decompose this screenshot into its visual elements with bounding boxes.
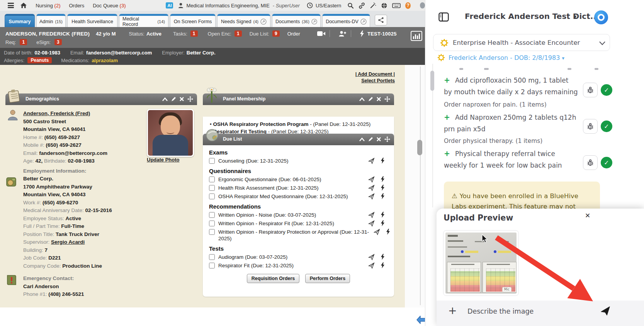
debug-order-button[interactable] [583, 119, 598, 134]
search-icon[interactable] [347, 2, 354, 9]
demographics-header[interactable]: Demographics [5, 93, 197, 105]
tab-medical-record[interactable]: Medical Record(14) [119, 14, 168, 27]
clock-icon[interactable] [307, 2, 313, 8]
tab-documents-dv[interactable]: Documents-DV [322, 14, 370, 27]
checkbox[interactable] [209, 229, 215, 235]
ai-badge[interactable]: AI [166, 2, 173, 8]
send-plane-icon[interactable] [368, 262, 375, 270]
menu-item-nursing[interactable]: Nursing (2) [36, 3, 60, 8]
bolt-icon[interactable] [381, 254, 385, 261]
home-icon[interactable] [20, 2, 27, 8]
link-icon[interactable] [359, 2, 365, 9]
patient-name-link[interactable]: Anderson, Frederick (Fred) [23, 110, 90, 116]
chart-stats-icon[interactable] [411, 31, 422, 41]
order-link[interactable]: Order [287, 31, 300, 37]
send-plane-icon[interactable] [368, 193, 375, 201]
send-plane-icon[interactable] [368, 185, 375, 193]
perform-orders-button[interactable]: Perform Orders [305, 274, 350, 283]
debug-order-button[interactable] [583, 155, 598, 170]
dictation-title[interactable]: Frederick Anderson Test Dict... [465, 12, 599, 21]
portlet-settings-button[interactable] [375, 15, 387, 25]
collapse-icon[interactable] [359, 138, 365, 141]
checkbox[interactable] [209, 177, 215, 182]
checkbox[interactable] [209, 212, 215, 218]
bolt-icon[interactable] [381, 220, 385, 228]
describe-image-input[interactable]: Describe the image [467, 307, 534, 315]
move-icon[interactable] [384, 96, 390, 102]
add-order-icon[interactable]: + [444, 113, 450, 121]
esign-badge[interactable]: 3 [54, 39, 62, 45]
title-caret-icon[interactable]: ▾ [574, 13, 577, 20]
checkbox[interactable] [209, 254, 215, 260]
open-enc-label[interactable]: Open Enc: [208, 31, 231, 37]
bolt-icon[interactable] [381, 158, 385, 165]
add-order-icon[interactable]: + [444, 76, 450, 84]
select-portlets-link[interactable]: Select Portlets [361, 78, 395, 83]
patient-name[interactable]: ANDERSON, FREDERICK (FRED) [5, 31, 90, 37]
external-link-icon[interactable] [311, 19, 317, 25]
ehr-scrollbar-thumb[interactable] [417, 140, 422, 155]
bolt-icon[interactable] [381, 212, 385, 219]
help-icon[interactable]: ? [405, 2, 411, 9]
tab-summary[interactable]: Summary [5, 14, 35, 27]
quick-action-bolt-icon[interactable] [360, 31, 364, 37]
due-list-header[interactable]: Due List [203, 134, 394, 145]
panel-toggle-icon[interactable] [438, 12, 449, 23]
close-icon[interactable]: ✕ [585, 212, 590, 219]
chevron-down-icon[interactable] [599, 40, 606, 47]
tab-documents[interactable]: Documents(36) [272, 14, 321, 27]
supervisor-link[interactable]: Sergio Acardi [51, 239, 85, 245]
add-order-icon[interactable]: + [444, 149, 450, 158]
menu-item-orders[interactable]: Orders [69, 3, 84, 8]
checkbox[interactable] [209, 221, 215, 226]
move-icon[interactable] [384, 136, 390, 142]
edit-pencil-icon[interactable] [368, 137, 373, 142]
checkbox[interactable] [209, 185, 215, 191]
send-plane-icon[interactable] [368, 254, 375, 262]
update-photo-link[interactable]: Update Photo [147, 157, 180, 163]
chat-scrollbar-thumb[interactable] [430, 71, 434, 91]
bolt-icon[interactable] [381, 185, 385, 192]
send-button[interactable] [600, 306, 610, 318]
patient-dob-link[interactable]: Frederick Anderson - DOB: 2/8/1983 ▾ [449, 54, 564, 61]
checkbox[interactable] [209, 158, 215, 164]
move-icon[interactable] [187, 96, 193, 102]
close-icon[interactable] [180, 97, 184, 101]
encounter-select[interactable]: Enterprise Health - Associate Encounter [433, 34, 610, 51]
upload-thumbnail[interactable]: Mic [443, 230, 519, 296]
bolt-icon[interactable] [381, 262, 385, 270]
external-link-icon[interactable] [360, 19, 367, 25]
tab-health-surveillance[interactable]: Health Surveillance [67, 14, 117, 27]
bolt-icon[interactable] [381, 193, 385, 201]
hamburger-menu-icon[interactable] [8, 3, 14, 8]
req-badge[interactable]: 1 [20, 39, 27, 45]
allergy-badge[interactable]: Peanuts [27, 57, 52, 63]
bluehive-logo-icon[interactable] [594, 10, 608, 24]
globe-icon[interactable] [381, 2, 387, 9]
add-person-icon[interactable] [338, 31, 347, 37]
close-icon[interactable] [377, 97, 381, 101]
checkbox[interactable] [209, 194, 215, 199]
tab-needs-signed[interactable]: Needs Signed(4) [217, 14, 270, 27]
external-link-icon[interactable] [260, 19, 267, 25]
collapse-icon[interactable] [162, 97, 168, 101]
magic-wand-icon[interactable] [370, 2, 376, 9]
requisition-orders-button[interactable]: Requisition Orders [247, 274, 300, 283]
due-list-badge[interactable]: 9 [272, 31, 280, 37]
tab-on-screen-forms[interactable]: On Screen Forms [170, 14, 216, 27]
checkbox[interactable] [209, 263, 215, 268]
keyboard-icon[interactable] [392, 3, 401, 8]
ehr-scrollbar-track[interactable] [420, 66, 421, 305]
edit-pencil-icon[interactable] [368, 97, 373, 102]
medication-value[interactable]: alprazolam [92, 58, 118, 63]
debug-order-button[interactable] [583, 83, 598, 97]
due-list-label[interactable]: Due List: [250, 31, 269, 37]
tasks-badge[interactable]: 1 [190, 31, 198, 37]
add-document-link[interactable]: | Add Document | [355, 71, 395, 77]
esign-label[interactable]: eSign: [36, 39, 51, 45]
tasks-label[interactable]: Tasks: [173, 31, 187, 37]
edit-pencil-icon[interactable] [171, 97, 176, 102]
video-camera-icon[interactable] [317, 31, 326, 36]
close-icon[interactable] [377, 137, 381, 141]
attach-button[interactable]: + [448, 304, 457, 316]
